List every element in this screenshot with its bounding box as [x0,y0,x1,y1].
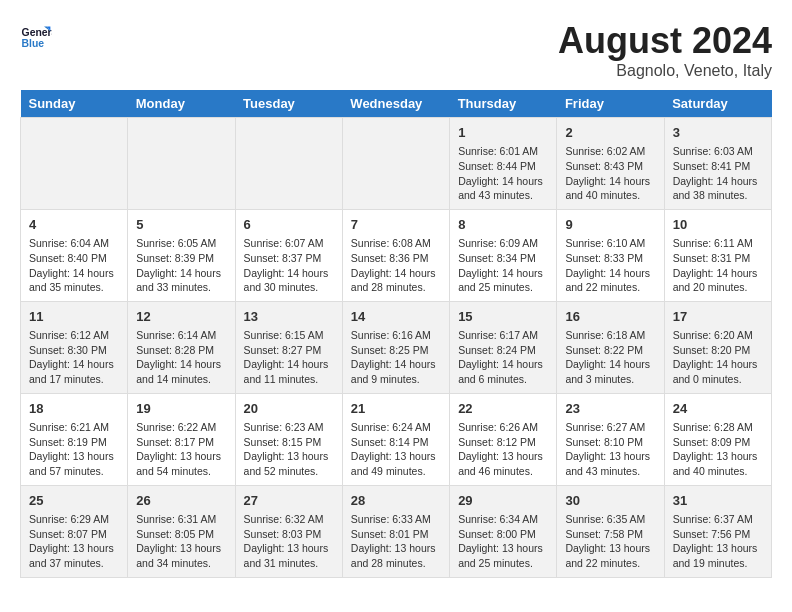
cell-content-line-1: Sunset: 8:30 PM [29,343,119,358]
cell-week3-day0: 11Sunrise: 6:12 AMSunset: 8:30 PMDayligh… [21,301,128,393]
cell-content-line-0: Sunrise: 6:10 AM [565,236,655,251]
cell-week2-day3: 7Sunrise: 6:08 AMSunset: 8:36 PMDaylight… [342,209,449,301]
calendar-table: Sunday Monday Tuesday Wednesday Thursday… [20,90,772,578]
cell-content-line-0: Sunrise: 6:18 AM [565,328,655,343]
day-number: 10 [673,216,763,234]
calendar-header: Sunday Monday Tuesday Wednesday Thursday… [21,90,772,118]
cell-content-line-1: Sunset: 8:28 PM [136,343,226,358]
cell-content-line-2: Daylight: 14 hours [565,357,655,372]
cell-content-line-2: Daylight: 14 hours [458,266,548,281]
cell-content-line-1: Sunset: 8:31 PM [673,251,763,266]
cell-content-line-2: Daylight: 14 hours [29,266,119,281]
cell-content-line-2: Daylight: 13 hours [351,449,441,464]
day-number: 14 [351,308,441,326]
day-number: 27 [244,492,334,510]
cell-week3-day4: 15Sunrise: 6:17 AMSunset: 8:24 PMDayligh… [450,301,557,393]
cell-content-line-0: Sunrise: 6:35 AM [565,512,655,527]
cell-content-line-0: Sunrise: 6:14 AM [136,328,226,343]
day-number: 18 [29,400,119,418]
cell-content-line-0: Sunrise: 6:31 AM [136,512,226,527]
cell-content-line-2: Daylight: 13 hours [565,541,655,556]
cell-content-line-2: Daylight: 14 hours [565,174,655,189]
cell-content-line-3: and 9 minutes. [351,372,441,387]
cell-content-line-3: and 40 minutes. [565,188,655,203]
cell-week5-day5: 30Sunrise: 6:35 AMSunset: 7:58 PMDayligh… [557,485,664,577]
cell-content-line-3: and 54 minutes. [136,464,226,479]
cell-content-line-0: Sunrise: 6:17 AM [458,328,548,343]
cell-content-line-2: Daylight: 13 hours [244,449,334,464]
day-number: 9 [565,216,655,234]
page-header: General Blue General Blue August 2024 Ba… [20,20,772,80]
cell-content-line-2: Daylight: 14 hours [673,266,763,281]
cell-content-line-1: Sunset: 8:34 PM [458,251,548,266]
cell-week4-day1: 19Sunrise: 6:22 AMSunset: 8:17 PMDayligh… [128,393,235,485]
day-number: 3 [673,124,763,142]
cell-week1-day6: 3Sunrise: 6:03 AMSunset: 8:41 PMDaylight… [664,118,771,210]
cell-week1-day3 [342,118,449,210]
cell-content-line-2: Daylight: 13 hours [29,449,119,464]
cell-content-line-0: Sunrise: 6:34 AM [458,512,548,527]
cell-content-line-3: and 33 minutes. [136,280,226,295]
day-number: 23 [565,400,655,418]
week-row-2: 4Sunrise: 6:04 AMSunset: 8:40 PMDaylight… [21,209,772,301]
cell-content-line-3: and 40 minutes. [673,464,763,479]
header-sunday: Sunday [21,90,128,118]
cell-content-line-1: Sunset: 8:09 PM [673,435,763,450]
day-number: 29 [458,492,548,510]
header-friday: Friday [557,90,664,118]
cell-content-line-0: Sunrise: 6:29 AM [29,512,119,527]
cell-content-line-3: and 35 minutes. [29,280,119,295]
cell-content-line-0: Sunrise: 6:21 AM [29,420,119,435]
cell-week5-day1: 26Sunrise: 6:31 AMSunset: 8:05 PMDayligh… [128,485,235,577]
cell-week2-day5: 9Sunrise: 6:10 AMSunset: 8:33 PMDaylight… [557,209,664,301]
cell-week2-day1: 5Sunrise: 6:05 AMSunset: 8:39 PMDaylight… [128,209,235,301]
cell-week3-day2: 13Sunrise: 6:15 AMSunset: 8:27 PMDayligh… [235,301,342,393]
header-monday: Monday [128,90,235,118]
cell-content-line-0: Sunrise: 6:07 AM [244,236,334,251]
cell-content-line-1: Sunset: 8:40 PM [29,251,119,266]
cell-week1-day4: 1Sunrise: 6:01 AMSunset: 8:44 PMDaylight… [450,118,557,210]
cell-week5-day2: 27Sunrise: 6:32 AMSunset: 8:03 PMDayligh… [235,485,342,577]
location: Bagnolo, Veneto, Italy [558,62,772,80]
cell-content-line-0: Sunrise: 6:04 AM [29,236,119,251]
cell-week4-day6: 24Sunrise: 6:28 AMSunset: 8:09 PMDayligh… [664,393,771,485]
logo: General Blue General Blue [20,20,52,52]
cell-content-line-0: Sunrise: 6:16 AM [351,328,441,343]
cell-week4-day4: 22Sunrise: 6:26 AMSunset: 8:12 PMDayligh… [450,393,557,485]
cell-content-line-1: Sunset: 8:15 PM [244,435,334,450]
cell-content-line-3: and 49 minutes. [351,464,441,479]
cell-content-line-2: Daylight: 14 hours [29,357,119,372]
day-number: 6 [244,216,334,234]
cell-content-line-3: and 25 minutes. [458,556,548,571]
cell-week3-day1: 12Sunrise: 6:14 AMSunset: 8:28 PMDayligh… [128,301,235,393]
cell-content-line-1: Sunset: 8:14 PM [351,435,441,450]
header-wednesday: Wednesday [342,90,449,118]
cell-content-line-0: Sunrise: 6:23 AM [244,420,334,435]
day-number: 25 [29,492,119,510]
cell-week4-day3: 21Sunrise: 6:24 AMSunset: 8:14 PMDayligh… [342,393,449,485]
cell-content-line-2: Daylight: 14 hours [136,266,226,281]
cell-content-line-0: Sunrise: 6:01 AM [458,144,548,159]
cell-content-line-2: Daylight: 13 hours [458,449,548,464]
cell-content-line-0: Sunrise: 6:28 AM [673,420,763,435]
cell-content-line-1: Sunset: 7:56 PM [673,527,763,542]
cell-content-line-1: Sunset: 8:07 PM [29,527,119,542]
cell-content-line-2: Daylight: 13 hours [136,449,226,464]
day-number: 28 [351,492,441,510]
day-number: 15 [458,308,548,326]
cell-content-line-0: Sunrise: 6:12 AM [29,328,119,343]
cell-content-line-0: Sunrise: 6:37 AM [673,512,763,527]
cell-content-line-1: Sunset: 8:00 PM [458,527,548,542]
day-number: 2 [565,124,655,142]
cell-week2-day4: 8Sunrise: 6:09 AMSunset: 8:34 PMDaylight… [450,209,557,301]
cell-content-line-2: Daylight: 14 hours [351,266,441,281]
day-number: 24 [673,400,763,418]
cell-week1-day1 [128,118,235,210]
cell-content-line-3: and 57 minutes. [29,464,119,479]
cell-week2-day0: 4Sunrise: 6:04 AMSunset: 8:40 PMDaylight… [21,209,128,301]
cell-content-line-2: Daylight: 14 hours [565,266,655,281]
day-number: 19 [136,400,226,418]
cell-week2-day6: 10Sunrise: 6:11 AMSunset: 8:31 PMDayligh… [664,209,771,301]
cell-week3-day3: 14Sunrise: 6:16 AMSunset: 8:25 PMDayligh… [342,301,449,393]
cell-content-line-0: Sunrise: 6:24 AM [351,420,441,435]
